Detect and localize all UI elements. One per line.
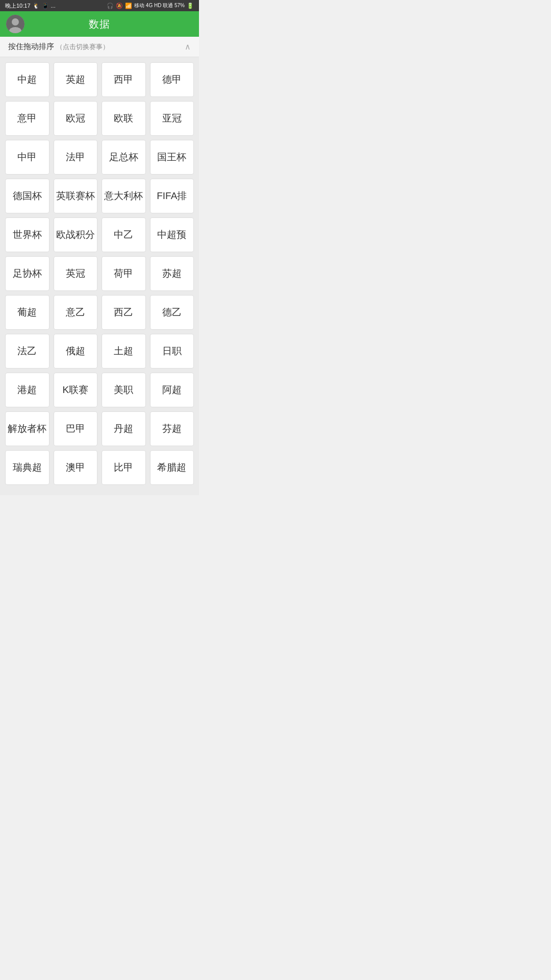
league-item-10[interactable]: 足总杯 xyxy=(102,140,146,175)
league-item-39[interactable]: 芬超 xyxy=(150,411,194,446)
league-item-2[interactable]: 西甲 xyxy=(102,62,146,97)
league-item-12[interactable]: 德国杯 xyxy=(5,179,49,213)
league-grid: 中超英超西甲德甲意甲欧冠欧联亚冠中甲法甲足总杯国王杯德国杯英联赛杯意大利杯FIF… xyxy=(5,62,194,485)
league-item-34[interactable]: 美职 xyxy=(102,373,146,407)
league-item-3[interactable]: 德甲 xyxy=(150,62,194,97)
status-right-info: 🎧 🔕 📶 移动 4G HD 联通 57% 🔋 xyxy=(107,2,194,9)
league-item-7[interactable]: 亚冠 xyxy=(150,101,194,136)
league-item-36[interactable]: 解放者杯 xyxy=(5,411,49,446)
league-item-30[interactable]: 土超 xyxy=(102,334,146,369)
league-item-14[interactable]: 意大利杯 xyxy=(102,179,146,213)
league-item-24[interactable]: 葡超 xyxy=(5,295,49,330)
league-item-27[interactable]: 德乙 xyxy=(150,295,194,330)
league-item-31[interactable]: 日职 xyxy=(150,334,194,369)
status-bar: 晚上10:17 🐧 📱 ... 🎧 🔕 📶 移动 4G HD 联通 57% 🔋 xyxy=(0,0,199,11)
league-item-38[interactable]: 丹超 xyxy=(102,411,146,446)
league-item-28[interactable]: 法乙 xyxy=(5,334,49,369)
league-item-41[interactable]: 澳甲 xyxy=(54,450,98,485)
league-item-23[interactable]: 苏超 xyxy=(150,256,194,291)
league-item-6[interactable]: 欧联 xyxy=(102,101,146,136)
sort-bar-label: 按住拖动排序 （点击切换赛事） xyxy=(8,42,109,52)
header: 数据 xyxy=(0,11,199,37)
league-item-21[interactable]: 英冠 xyxy=(54,256,98,291)
svg-point-1 xyxy=(12,18,19,26)
league-item-29[interactable]: 俄超 xyxy=(54,334,98,369)
league-item-1[interactable]: 英超 xyxy=(54,62,98,97)
league-item-32[interactable]: 港超 xyxy=(5,373,49,407)
league-item-17[interactable]: 欧战积分 xyxy=(54,217,98,252)
sort-hint-text: （点击切换赛事） xyxy=(56,43,109,51)
page-title: 数据 xyxy=(89,17,110,31)
league-item-35[interactable]: 阿超 xyxy=(150,373,194,407)
league-item-18[interactable]: 中乙 xyxy=(102,217,146,252)
league-item-8[interactable]: 中甲 xyxy=(5,140,49,175)
league-item-37[interactable]: 巴甲 xyxy=(54,411,98,446)
collapse-icon[interactable]: ∧ xyxy=(185,42,191,52)
league-item-20[interactable]: 足协杯 xyxy=(5,256,49,291)
league-item-5[interactable]: 欧冠 xyxy=(54,101,98,136)
league-item-42[interactable]: 比甲 xyxy=(102,450,146,485)
league-item-33[interactable]: K联赛 xyxy=(54,373,98,407)
league-item-0[interactable]: 中超 xyxy=(5,62,49,97)
league-item-40[interactable]: 瑞典超 xyxy=(5,450,49,485)
avatar[interactable] xyxy=(6,15,24,33)
league-item-15[interactable]: FIFA排 xyxy=(150,179,194,213)
league-item-26[interactable]: 西乙 xyxy=(102,295,146,330)
league-item-11[interactable]: 国王杯 xyxy=(150,140,194,175)
league-item-13[interactable]: 英联赛杯 xyxy=(54,179,98,213)
sort-main-text: 按住拖动排序 xyxy=(8,42,54,51)
league-item-22[interactable]: 荷甲 xyxy=(102,256,146,291)
league-item-25[interactable]: 意乙 xyxy=(54,295,98,330)
league-item-9[interactable]: 法甲 xyxy=(54,140,98,175)
league-item-19[interactable]: 中超预 xyxy=(150,217,194,252)
league-item-43[interactable]: 希腊超 xyxy=(150,450,194,485)
grid-container: 中超英超西甲德甲意甲欧冠欧联亚冠中甲法甲足总杯国王杯德国杯英联赛杯意大利杯FIF… xyxy=(0,57,199,495)
status-time: 晚上10:17 🐧 📱 ... xyxy=(5,2,56,10)
league-item-4[interactable]: 意甲 xyxy=(5,101,49,136)
sort-bar: 按住拖动排序 （点击切换赛事） ∧ xyxy=(0,37,199,57)
league-item-16[interactable]: 世界杯 xyxy=(5,217,49,252)
